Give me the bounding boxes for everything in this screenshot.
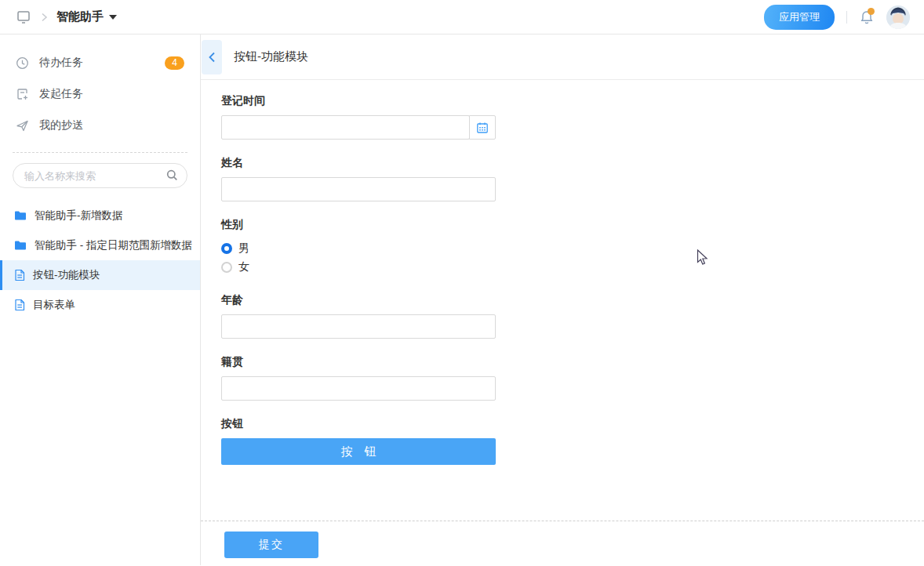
chevron-left-icon	[208, 52, 216, 63]
field-label: 性别	[221, 218, 496, 232]
name-input[interactable]	[221, 177, 496, 201]
field-label: 登记时间	[221, 94, 496, 108]
tree-item-label: 智能助手-新增数据	[35, 209, 123, 223]
sidebar-item-label: 待办任务	[39, 56, 83, 70]
sidebar-item-create-task[interactable]: 发起任务	[0, 78, 200, 110]
search-input[interactable]	[13, 163, 187, 188]
radio-label: 男	[238, 241, 249, 256]
field-label: 姓名	[221, 156, 496, 170]
clock-icon	[16, 56, 29, 70]
chevron-right-icon	[40, 13, 48, 22]
folder-icon	[14, 210, 27, 221]
sidebar-item-todo-tasks[interactable]: 待办任务 4	[0, 47, 200, 78]
sidebar-item-button-module[interactable]: 按钮-功能模块	[0, 260, 200, 290]
radio-unselected-icon	[221, 262, 232, 273]
sidebar-item-my-cc[interactable]: 我的抄送	[0, 110, 200, 141]
field-button: 按钮 按 钮	[221, 417, 496, 465]
tree-item-label: 目标表单	[33, 298, 75, 312]
field-label: 籍贯	[221, 355, 496, 369]
radio-option-male[interactable]: 男	[221, 239, 496, 258]
monitor-icon[interactable]	[16, 9, 31, 25]
folder-icon	[14, 240, 27, 251]
main-panel: 按钮-功能模块 登记时间	[201, 34, 924, 565]
tree-item-label: 智能助手 - 指定日期范围新增数据	[35, 238, 192, 252]
calendar-icon[interactable]	[469, 115, 496, 140]
back-button[interactable]	[202, 40, 222, 74]
send-icon	[16, 119, 29, 132]
radio-label: 女	[238, 260, 249, 274]
native-place-input[interactable]	[221, 376, 496, 401]
radio-option-female[interactable]: 女	[221, 258, 496, 277]
form-body: 登记时间 姓	[201, 80, 924, 521]
form-header: 按钮-功能模块	[201, 34, 924, 80]
sidebar-item-label: 我的抄送	[39, 118, 83, 132]
field-age: 年龄	[221, 293, 496, 339]
sidebar-item-folder-date-range[interactable]: 智能助手 - 指定日期范围新增数据	[0, 230, 200, 260]
app-switcher[interactable]: 智能助手	[56, 9, 117, 24]
sidebar-item-folder-new-data[interactable]: 智能助手-新增数据	[0, 201, 200, 230]
breadcrumb-app-name: 智能助手	[56, 9, 104, 24]
todo-count-badge: 4	[165, 56, 184, 70]
sidebar-item-target-form[interactable]: 目标表单	[0, 290, 200, 320]
top-bar: 智能助手 应用管理	[0, 0, 924, 34]
sidebar: 待办任务 4 发起任务 我的抄送	[0, 34, 201, 565]
bell-icon[interactable]	[859, 9, 875, 25]
notification-dot	[868, 8, 875, 15]
field-gender: 性别 男 女	[221, 218, 496, 277]
tree-item-label: 按钮-功能模块	[33, 268, 100, 282]
form-footer: 提交	[201, 521, 924, 565]
search-icon[interactable]	[166, 169, 178, 181]
page-title: 按钮-功能模块	[234, 49, 308, 64]
field-register-time: 登记时间	[221, 94, 496, 140]
app-manage-button[interactable]: 应用管理	[764, 5, 835, 30]
age-input[interactable]	[221, 314, 496, 339]
radio-selected-icon	[221, 243, 232, 254]
field-label: 按钮	[221, 417, 496, 431]
document-icon	[14, 269, 25, 281]
topbar-divider	[846, 11, 847, 24]
avatar[interactable]	[886, 5, 910, 29]
sidebar-divider	[13, 152, 187, 153]
sidebar-item-label: 发起任务	[39, 87, 83, 101]
submit-button[interactable]: 提交	[224, 532, 318, 558]
register-time-input[interactable]	[221, 115, 470, 140]
document-icon	[14, 299, 25, 311]
field-name: 姓名	[221, 156, 496, 201]
create-task-icon	[16, 88, 29, 101]
field-native-place: 籍贯	[221, 355, 496, 401]
field-label: 年龄	[221, 293, 496, 307]
caret-down-icon	[109, 15, 117, 20]
form-action-button[interactable]: 按 钮	[221, 438, 496, 465]
